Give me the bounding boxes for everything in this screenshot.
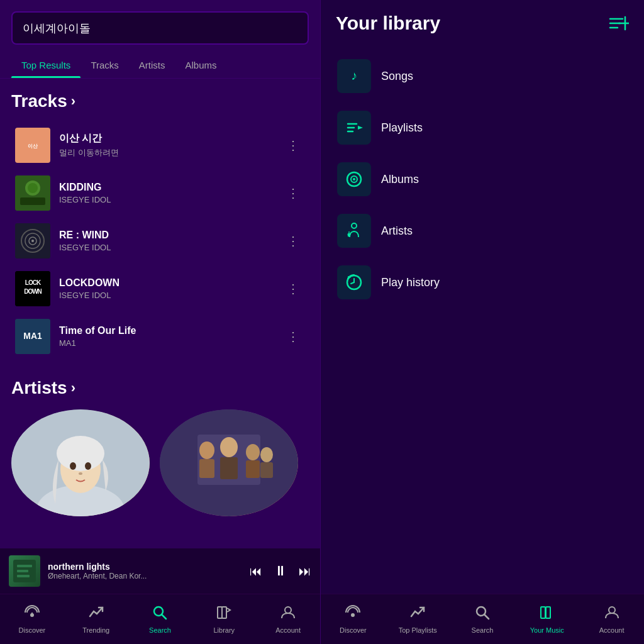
svg-rect-35 [17, 565, 32, 567]
now-playing-title: northern lights [48, 562, 242, 572]
svg-point-10 [31, 240, 34, 242]
nav-account-right[interactable]: Account [579, 594, 644, 644]
track-thumbnail: MA1 [15, 319, 50, 354]
tab-top-results[interactable]: Top Results [11, 52, 80, 78]
nav-top-playlists[interactable]: Top Playlists [386, 594, 450, 644]
track-item[interactable]: KIDDING ISEGYE IDOL ⋮ [11, 170, 309, 216]
track-more-button[interactable]: ⋮ [282, 230, 305, 252]
track-name: KIDDING [59, 182, 282, 193]
mini-player-controls: ⏮ ⏸ ⏭ [250, 563, 311, 579]
nav-search-right[interactable]: Search [450, 594, 515, 644]
track-artist: ISEGYE IDOL [59, 243, 282, 252]
track-thumbnail [15, 223, 50, 258]
discover-icon [25, 605, 40, 624]
artist-item[interactable] [11, 409, 150, 516]
svg-line-66 [484, 614, 489, 619]
tab-tracks[interactable]: Tracks [80, 52, 128, 78]
library-list: ♪ Songs Playlists [321, 44, 644, 594]
tab-albums[interactable]: Albums [175, 52, 227, 78]
nav-trending[interactable]: Trending [64, 594, 128, 644]
nav-account-left[interactable]: Account [256, 594, 320, 644]
library-item-albums[interactable]: Albums [331, 153, 634, 205]
svg-point-44 [285, 607, 291, 613]
add-button[interactable] [609, 14, 629, 32]
now-playing-artist: Øneheart, Antent, Dean Kor... [48, 572, 242, 580]
svg-point-69 [609, 607, 615, 613]
nav-discover[interactable]: Discover [0, 594, 64, 644]
library-songs-label: Songs [381, 70, 413, 83]
artists-chevron: › [71, 380, 75, 396]
track-name: LOCKDOWN [59, 277, 282, 289]
nav-discover-right[interactable]: Discover [321, 594, 386, 644]
track-info: KIDDING ISEGYE IDOL [59, 182, 282, 204]
artist-item[interactable] [160, 409, 298, 516]
track-artist: MA1 [59, 338, 282, 348]
account-icon [280, 605, 296, 624]
svg-rect-27 [199, 459, 214, 478]
account-icon-right [604, 605, 619, 624]
svg-rect-31 [246, 460, 260, 478]
svg-point-21 [70, 462, 76, 470]
nav-search-label: Search [149, 626, 171, 634]
svg-text:LOCK: LOCK [25, 279, 42, 286]
nav-your-music-label: Your Music [530, 626, 564, 634]
svg-marker-54 [358, 126, 363, 130]
track-more-button[interactable]: ⋮ [282, 325, 305, 348]
track-more-button[interactable]: ⋮ [282, 134, 305, 157]
bottom-nav-right: Discover Top Playlists Search [321, 594, 644, 644]
nav-discover-right-label: Discover [340, 626, 367, 634]
svg-point-38 [30, 613, 34, 617]
songs-icon-container: ♪ [337, 59, 371, 93]
search-tabs: Top Results Tracks Artists Albums [0, 52, 320, 79]
track-list: 이산 이산 시간 멀리 이동하려면 ⋮ [11, 123, 309, 359]
svg-rect-42 [218, 607, 222, 618]
mini-player-thumbnail [9, 555, 40, 587]
artists-section: Artists › [11, 378, 309, 516]
track-artist: ISEGYE IDOL [59, 195, 282, 204]
track-thumbnail [15, 175, 50, 211]
mini-player-info: northern lights Øneheart, Antent, Dean K… [48, 562, 242, 580]
track-artist: ISEGYE IDOL [59, 291, 282, 300]
track-info: RE : WIND ISEGYE IDOL [59, 230, 282, 252]
prev-button[interactable]: ⏮ [250, 564, 262, 579]
svg-rect-36 [17, 570, 28, 572]
play-pause-button[interactable]: ⏸ [274, 563, 287, 579]
nav-your-music[interactable]: Your Music [514, 594, 579, 644]
nav-account-left-label: Account [275, 626, 301, 634]
left-content: Tracks › 이산 이산 시간 멀리 이동하려면 ⋮ [0, 79, 320, 548]
track-info: Time of Our Life MA1 [59, 325, 282, 348]
library-item-history[interactable]: Play history [331, 257, 634, 308]
track-thumbnail: LOCK DOWN [15, 271, 50, 306]
discover-icon-right [345, 605, 360, 624]
trending-icon [89, 605, 104, 624]
tab-artists[interactable]: Artists [129, 52, 175, 78]
nav-library[interactable]: Library [192, 594, 256, 644]
svg-rect-67 [541, 607, 545, 618]
svg-point-58 [352, 223, 357, 228]
top-playlists-icon [410, 605, 425, 624]
library-playlists-label: Playlists [381, 121, 423, 135]
search-bar-container [0, 0, 320, 52]
nav-search[interactable]: Search [128, 594, 192, 644]
svg-point-28 [220, 437, 238, 457]
svg-point-4 [28, 183, 38, 193]
svg-text:이산: 이산 [28, 143, 38, 149]
svg-point-64 [351, 613, 355, 617]
artists-section-title[interactable]: Artists › [11, 378, 309, 398]
track-info: LOCKDOWN ISEGYE IDOL [59, 277, 282, 300]
track-item[interactable]: RE : WIND ISEGYE IDOL ⋮ [11, 218, 309, 264]
search-input[interactable] [11, 11, 309, 45]
tracks-section-title[interactable]: Tracks › [11, 91, 309, 111]
track-item[interactable]: MA1 Time of Our Life MA1 ⋮ [11, 314, 309, 359]
svg-point-30 [246, 444, 260, 460]
nav-library-label: Library [213, 626, 235, 634]
svg-rect-43 [222, 607, 226, 618]
library-item-playlists[interactable]: Playlists [331, 102, 634, 153]
track-item[interactable]: LOCK DOWN LOCKDOWN ISEGYE IDOL ⋮ [11, 266, 309, 311]
library-item-songs[interactable]: ♪ Songs [331, 50, 634, 102]
track-more-button[interactable]: ⋮ [282, 277, 305, 300]
track-item[interactable]: 이산 이산 시간 멀리 이동하려면 ⋮ [11, 123, 309, 168]
library-item-artists[interactable]: Artists [331, 205, 634, 257]
track-more-button[interactable]: ⋮ [282, 182, 305, 204]
next-button[interactable]: ⏭ [299, 564, 311, 579]
